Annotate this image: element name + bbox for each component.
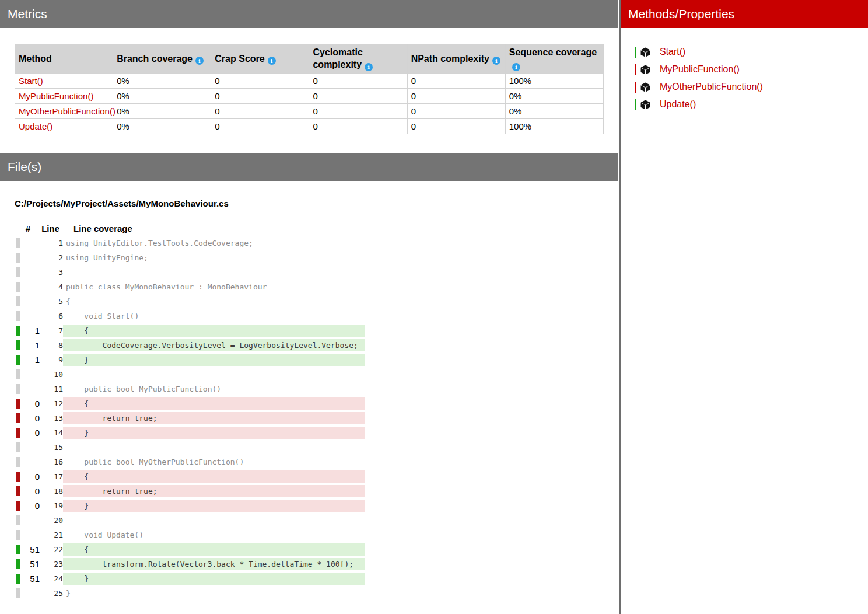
- metrics-column-label: Method: [19, 54, 52, 64]
- info-icon[interactable]: i: [512, 63, 520, 71]
- indicator-cell: [16, 425, 22, 440]
- hit-count: [22, 586, 40, 601]
- indicator-cell: [16, 484, 22, 498]
- code-text: using UnityEngine;: [63, 252, 365, 264]
- code-cell: {: [63, 469, 372, 484]
- coverage-indicator-bar: [16, 515, 20, 525]
- coverage-indicator-bar: [16, 442, 20, 452]
- hit-count: [22, 280, 40, 294]
- metrics-row: Update()0%000100%: [15, 118, 604, 134]
- line-number: 8: [40, 338, 63, 353]
- method-link[interactable]: MyPublicFunction(): [19, 91, 93, 101]
- metric-value-cell: 0: [309, 88, 407, 103]
- line-number: 23: [40, 557, 63, 571]
- code-line-row: 2using UnityEngine;: [16, 250, 372, 265]
- metrics-row: MyPublicFunction()0%0000%: [15, 88, 604, 103]
- indicator-cell: [16, 513, 22, 528]
- sidebar-method-item[interactable]: MyPublicFunction(): [635, 61, 868, 78]
- coverage-indicator-bar: [16, 501, 20, 511]
- method-status-bar: [635, 47, 636, 58]
- hit-count: 1: [22, 353, 40, 367]
- coverage-indicator-bar: [16, 574, 20, 584]
- info-icon[interactable]: i: [268, 57, 276, 65]
- code-line-row: 019 }: [16, 498, 372, 513]
- metric-value-cell: 0: [407, 88, 505, 103]
- coverage-indicator-bar: [16, 472, 20, 482]
- coverage-indicator-bar: [16, 326, 20, 336]
- metric-value-cell: 0: [211, 103, 309, 118]
- methods-sidebar-header: Methods/Properties: [621, 0, 868, 28]
- code-cell: void Start(): [63, 309, 372, 323]
- files-title: File(s): [8, 160, 41, 174]
- coverage-indicator-bar: [16, 559, 20, 569]
- hit-count: [22, 250, 40, 265]
- code-cell: using UnityEngine;: [63, 250, 372, 265]
- method-link[interactable]: MyOtherPublicFunction(): [19, 106, 116, 116]
- code-text: public bool MyPublicFunction(): [63, 383, 365, 395]
- code-line-row: 014 }: [16, 425, 372, 440]
- method-link[interactable]: Start(): [19, 76, 43, 86]
- coverage-indicator-bar: [16, 238, 20, 248]
- metrics-column-label: Branch coverage: [117, 54, 192, 64]
- line-number: 4: [40, 280, 63, 294]
- code-cell: void Update(): [63, 528, 372, 542]
- line-number: 18: [40, 484, 63, 498]
- info-icon[interactable]: i: [492, 57, 501, 65]
- code-cell: CodeCoverage.VerbosityLevel = LogVerbosi…: [63, 338, 372, 353]
- indicator-cell: [16, 469, 22, 484]
- code-text: void Update(): [63, 529, 365, 541]
- code-line-row: 012 {: [16, 396, 372, 411]
- code-text: {: [63, 325, 365, 337]
- coverage-indicator-bar: [16, 545, 20, 554]
- line-coverage-table: # Line Line coverage 1using UnityEditor.…: [16, 221, 372, 601]
- code-line-row: 16 public bool MyOtherPublicFunction(): [16, 455, 372, 469]
- sidebar-method-link[interactable]: MyOtherPublicFunction(): [660, 82, 763, 92]
- line-number: 20: [40, 513, 63, 528]
- sidebar-method-item[interactable]: Update(): [635, 96, 868, 113]
- code-text: void Start(): [63, 310, 365, 322]
- metrics-title: Metrics: [8, 7, 47, 21]
- code-text: CodeCoverage.VerbosityLevel = LogVerbosi…: [63, 339, 365, 351]
- sidebar-method-link[interactable]: Update(): [660, 99, 696, 110]
- metric-value-cell: 0: [211, 73, 309, 88]
- code-text: }: [63, 500, 365, 512]
- metrics-row: MyOtherPublicFunction()0%0000%: [15, 103, 604, 118]
- line-number: 16: [40, 455, 63, 469]
- line-number: 22: [40, 542, 63, 557]
- indicator-cell: [16, 498, 22, 513]
- sidebar-method-item[interactable]: Start(): [635, 43, 868, 61]
- coverage-indicator-bar: [16, 384, 20, 394]
- line-number: 7: [40, 323, 63, 338]
- coverage-indicator-bar: [16, 413, 20, 423]
- coverage-indicator-bar: [16, 457, 20, 467]
- hit-count: 51: [22, 557, 40, 571]
- coverage-indicator-bar: [16, 588, 20, 598]
- hit-count: [22, 528, 40, 542]
- line-number: 2: [40, 250, 63, 265]
- code-cell: }: [63, 586, 372, 601]
- method-status-bar: [635, 64, 636, 75]
- line-number: 1: [40, 236, 63, 250]
- metrics-table: MethodBranch coverageiCrap ScoreiCycloma…: [15, 44, 604, 134]
- coverage-indicator-bar: [16, 253, 20, 263]
- sidebar-method-link[interactable]: Start(): [660, 47, 685, 57]
- code-cell: return true;: [63, 411, 372, 425]
- sidebar-method-item[interactable]: MyOtherPublicFunction(): [635, 78, 868, 96]
- sidebar-method-link[interactable]: MyPublicFunction(): [660, 64, 740, 75]
- code-cell: }: [63, 425, 372, 440]
- code-cell: {: [63, 294, 372, 309]
- code-cell: [63, 513, 372, 528]
- info-icon[interactable]: i: [365, 63, 373, 71]
- metrics-column-header: NPath complexityi: [407, 44, 505, 74]
- code-text: {: [63, 470, 365, 483]
- hit-count: 1: [22, 338, 40, 353]
- info-icon[interactable]: i: [195, 57, 204, 65]
- code-text: transform.Rotate(Vector3.back * Time.del…: [63, 558, 365, 570]
- method-link[interactable]: Update(): [19, 121, 52, 131]
- code-text: }: [63, 427, 365, 439]
- code-cell: }: [63, 353, 372, 367]
- indicator-cell: [16, 411, 22, 425]
- coverage-indicator-bar: [16, 486, 20, 496]
- code-cell: {: [63, 323, 372, 338]
- code-text: {: [63, 543, 365, 556]
